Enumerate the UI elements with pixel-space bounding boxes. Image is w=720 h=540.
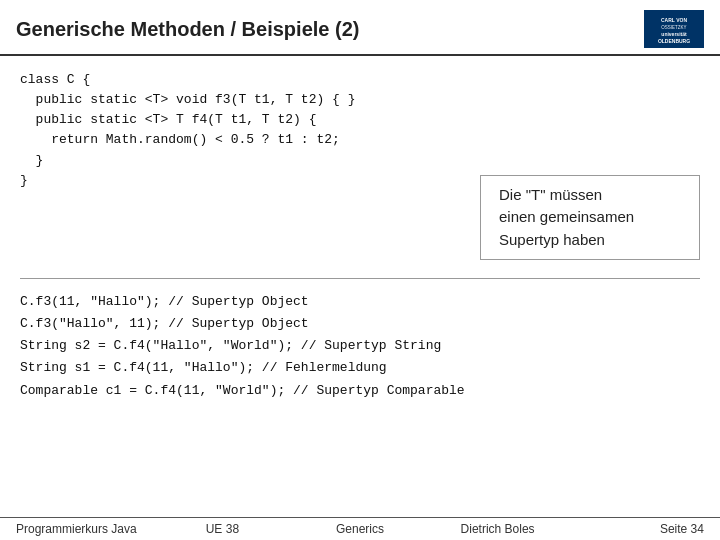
examples-block: C.f3(11, "Hallo"); // Supertyp Object C.… bbox=[20, 291, 700, 401]
svg-text:universität: universität bbox=[661, 31, 687, 37]
example-line-1: C.f3(11, "Hallo"); // Supertyp Object bbox=[20, 291, 700, 313]
university-logo: CARL VON OSSIETZKY universität OLDENBURG bbox=[644, 10, 704, 48]
example-line-3: String s2 = C.f4("Hallo", "World"); // S… bbox=[20, 335, 700, 357]
footer-course: Programmierkurs Java bbox=[16, 522, 154, 536]
callout-box: Die "T" müssen einen gemeinsamen Superty… bbox=[480, 175, 700, 261]
code-line-6: } bbox=[20, 171, 240, 191]
footer-author: Dietrich Boles bbox=[429, 522, 567, 536]
svg-text:OSSIETZKY: OSSIETZKY bbox=[661, 25, 686, 30]
section-divider bbox=[20, 278, 700, 279]
footer-topic: Generics bbox=[291, 522, 429, 536]
callout-line2: einen gemeinsamen Supertyp haben bbox=[499, 206, 681, 251]
svg-text:CARL VON: CARL VON bbox=[661, 17, 687, 23]
page-title: Generische Methoden / Beispiele (2) bbox=[16, 18, 359, 41]
code-line-5: } bbox=[20, 151, 700, 171]
footer: Programmierkurs Java UE 38 Generics Diet… bbox=[0, 517, 720, 540]
footer-page: Seite 34 bbox=[566, 522, 704, 536]
svg-text:OLDENBURG: OLDENBURG bbox=[658, 38, 690, 44]
logo-area: CARL VON OSSIETZKY universität OLDENBURG bbox=[644, 10, 704, 48]
code-block: class C { public static <T> void f3(T t1… bbox=[20, 70, 700, 260]
example-line-2: C.f3("Hallo", 11); // Supertyp Object bbox=[20, 313, 700, 335]
callout-line1: Die "T" müssen bbox=[499, 184, 681, 207]
example-line-5: Comparable c1 = C.f4(11, "World"); // Su… bbox=[20, 380, 700, 402]
code-line-1: class C { bbox=[20, 70, 700, 90]
code-line-3: public static <T> T f4(T t1, T t2) { bbox=[20, 110, 700, 130]
main-content: class C { public static <T> void f3(T t1… bbox=[0, 56, 720, 402]
code-line-2: public static <T> void f3(T t1, T t2) { … bbox=[20, 90, 700, 110]
example-line-4: String s1 = C.f4(11, "Hallo"); // Fehler… bbox=[20, 357, 700, 379]
code-line-4: return Math.random() < 0.5 ? t1 : t2; bbox=[20, 130, 700, 150]
header: Generische Methoden / Beispiele (2) CARL… bbox=[0, 0, 720, 56]
footer-ue: UE 38 bbox=[154, 522, 292, 536]
